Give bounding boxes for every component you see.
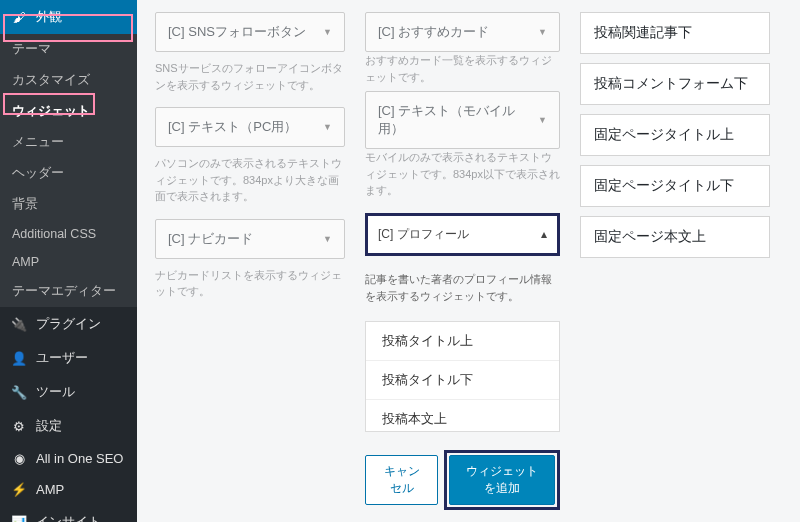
caret-down-icon: ▼ [538,27,547,37]
submenu-1[interactable]: カスタマイズ [0,65,137,96]
widget-chooser-item[interactable]: [C] ナビカード▼ [155,219,345,259]
caret-down-icon: ▼ [323,27,332,37]
area-option-1[interactable]: 投稿タイトル下 [366,361,559,400]
widget-title: [C] テキスト（モバイル用） [378,102,538,138]
widget-column-left: [C] SNSフォローボタン▼SNSサービスのフォローアイコンボタンを表示するウ… [155,12,345,510]
widget-title: [C] ナビカード [168,230,253,248]
option-label: 投稿本文上 [382,411,447,426]
widget-area-1[interactable]: 投稿コメントフォーム下 [580,63,770,105]
widget-area-2[interactable]: 固定ページタイトル上 [580,114,770,156]
widget-title: [C] おすすめカード [378,23,489,41]
menu-label: AMP [36,482,64,497]
menu-icon: ⚙ [10,419,28,434]
menu-item-3[interactable]: ⚙設定 [0,409,137,443]
caret-down-icon: ▼ [538,115,547,125]
widget-profile-title: [C] プロフィール [378,226,469,243]
menu-icon: 📊 [10,515,28,523]
submenu-6[interactable]: Additional CSS [0,220,137,248]
menu-icon: ◉ [10,451,28,466]
widget-area-4[interactable]: 固定ページ本文上 [580,216,770,258]
menu-icon: 🔧 [10,385,28,400]
submenu-7[interactable]: AMP [0,248,137,276]
widget-chooser-item[interactable]: [C] テキスト（モバイル用）▼ [365,91,560,149]
widget-desc: パソコンのみで表示されるテキストウィジェットです。834pxより大きな画面で表示… [155,155,345,205]
submenu-3[interactable]: メニュー [0,127,137,158]
add-widget-button[interactable]: ウィジェットを追加 [449,455,555,505]
widget-chooser-item[interactable]: [C] おすすめカード▼ [365,12,560,52]
option-label: 投稿タイトル上 [382,333,473,348]
menu-item-6[interactable]: 📊インサイト [0,505,137,522]
widget-area-list: 投稿関連記事下投稿コメントフォーム下固定ページタイトル上固定ページタイトル下固定… [580,12,770,510]
widget-title: [C] SNSフォローボタン [168,23,306,41]
caret-down-icon: ▼ [323,234,332,244]
widget-area-3[interactable]: 固定ページタイトル下 [580,165,770,207]
menu-label: All in One SEO [36,451,123,466]
widget-profile-header[interactable]: [C] プロフィール ▴ [365,213,560,256]
widget-profile-desc: 記事を書いた著者のプロフィール情報を表示するウィジェットです。 [365,271,560,305]
highlight-add-button: ウィジェットを追加 [444,450,560,510]
caret-down-icon: ▼ [323,122,332,132]
area-option-2[interactable]: 投稿本文上 [366,400,559,432]
area-option-0[interactable]: 投稿タイトル上 [366,322,559,361]
cancel-button[interactable]: キャンセル [365,455,438,505]
menu-item-2[interactable]: 🔧ツール [0,375,137,409]
menu-label: ユーザー [36,349,88,367]
menu-item-5[interactable]: ⚡AMP [0,474,137,505]
menu-icon: 👤 [10,351,28,366]
menu-item-1[interactable]: 👤ユーザー [0,341,137,375]
widget-desc: モバイルのみで表示されるテキストウィジェットです。834px以下で表示されます。 [365,149,560,199]
menu-icon: ⚡ [10,482,28,497]
submenu-5[interactable]: 背景 [0,189,137,220]
menu-appearance-label: 外観 [36,8,62,26]
menu-label: インサイト [36,513,101,522]
widget-desc: おすすめカード一覧を表示するウィジェットです。 [365,52,560,85]
admin-sidebar: 🖌 外観 テーマカスタマイズウィジェットメニューヘッダー背景Additional… [0,0,137,522]
widget-desc: ナビカードリストを表示するウィジェットです。 [155,267,345,300]
menu-icon: 🔌 [10,317,28,332]
widget-area-0[interactable]: 投稿関連記事下 [580,12,770,54]
submenu-8[interactable]: テーマエディター [0,276,137,307]
widget-desc: SNSサービスのフォローアイコンボタンを表示するウィジェットです。 [155,60,345,93]
menu-label: 設定 [36,417,62,435]
widget-chooser-item[interactable]: [C] SNSフォローボタン▼ [155,12,345,52]
menu-label: プラグイン [36,315,101,333]
submenu-2[interactable]: ウィジェット [0,96,137,127]
widget-title: [C] テキスト（PC用） [168,118,297,136]
menu-item-4[interactable]: ◉All in One SEO [0,443,137,474]
submenu-4[interactable]: ヘッダー [0,158,137,189]
widget-actions: キャンセル ウィジェットを追加 [365,450,560,510]
menu-label: ツール [36,383,75,401]
menu-item-0[interactable]: 🔌プラグイン [0,307,137,341]
main-content: [C] SNSフォローボタン▼SNSサービスのフォローアイコンボタンを表示するウ… [137,0,800,522]
widget-area-select[interactable]: 投稿タイトル上投稿タイトル下投稿本文上投稿本文中✔投稿本文下投稿SNSボタン上投… [365,321,560,432]
widget-column-mid: [C] おすすめカード▼おすすめカード一覧を表示するウィジェットです。[C] テ… [365,12,560,510]
caret-up-icon: ▴ [541,227,547,241]
brush-icon: 🖌 [10,10,28,25]
widget-chooser-item[interactable]: [C] テキスト（PC用）▼ [155,107,345,147]
submenu-0[interactable]: テーマ [0,34,137,65]
option-label: 投稿タイトル下 [382,372,473,387]
menu-appearance[interactable]: 🖌 外観 [0,0,137,34]
